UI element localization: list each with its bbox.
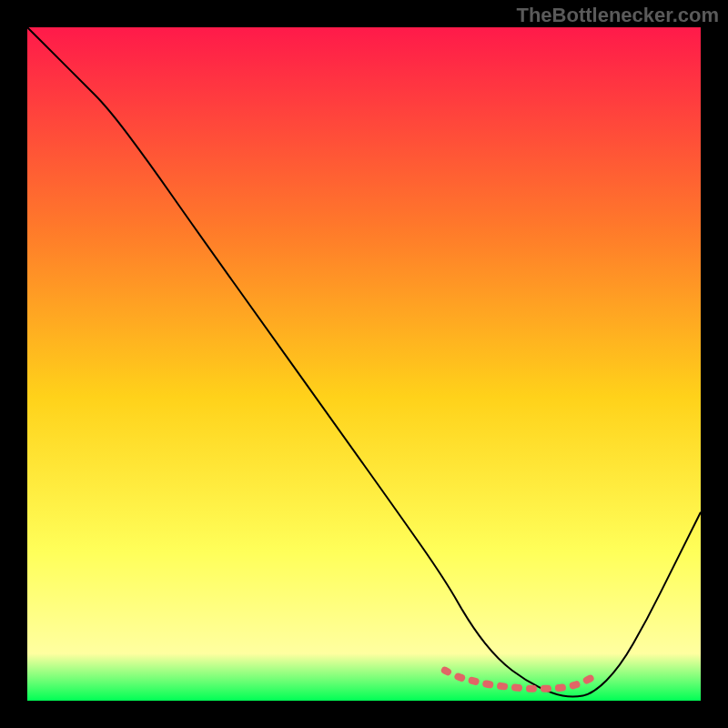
chart-svg [27,27,701,701]
watermark-text: TheBottlenecker.com [516,4,719,27]
gradient-background [27,27,701,701]
chart-plot-area [27,27,701,701]
